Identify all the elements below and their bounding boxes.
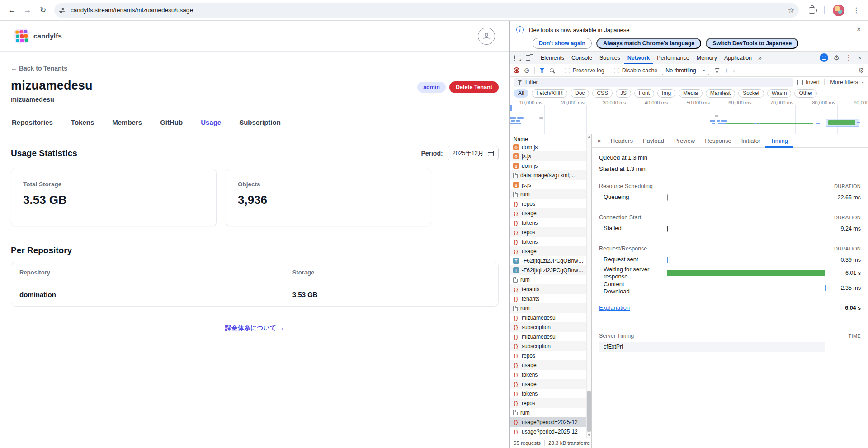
request-row[interactable]: {}tenants [510, 284, 591, 294]
request-row[interactable]: {}usage [510, 208, 591, 218]
devtools-close-icon[interactable]: × [858, 54, 862, 61]
period-date-input[interactable]: 2025年12月 [448, 146, 499, 160]
chip-socket[interactable]: Socket [738, 89, 764, 98]
devtools-feature-icon[interactable] [820, 53, 828, 62]
chip-all[interactable]: All [514, 89, 528, 98]
name-column-header[interactable]: Name [510, 134, 591, 144]
detail-tab-timing[interactable]: Timing [765, 134, 793, 148]
tab-github[interactable]: GitHub [159, 118, 184, 132]
request-row[interactable]: T-F62fjtqLzl2JPCgQBnw7... [510, 265, 591, 275]
close-detail-icon[interactable]: × [594, 137, 606, 145]
chip-css[interactable]: CSS [592, 89, 613, 98]
delete-tenant-button[interactable]: Delete Tenant [449, 81, 499, 93]
panel-tab-sources[interactable]: Sources [596, 52, 624, 64]
throttling-select[interactable]: No throttling ▼ [662, 66, 709, 75]
back-icon[interactable]: ← [5, 4, 19, 17]
chip-font[interactable]: Font [634, 89, 654, 98]
import-har-icon[interactable]: ↑ [725, 67, 728, 74]
request-row[interactable]: {}usage [510, 360, 591, 370]
panel-tab-network[interactable]: Network [624, 52, 653, 64]
request-row[interactable]: {}subscription [510, 341, 591, 351]
request-row[interactable]: {}mizuamedesu [510, 313, 591, 322]
request-row[interactable]: {}tokens [510, 370, 591, 379]
detail-tab-response[interactable]: Response [700, 134, 736, 148]
tab-usage[interactable]: Usage [200, 118, 222, 132]
request-row[interactable]: rum [510, 303, 591, 313]
chip-js[interactable]: JS [616, 89, 631, 98]
request-row[interactable]: {}mizuamedesu [510, 332, 591, 341]
request-row[interactable]: {}repos [510, 227, 591, 237]
detail-tab-preview[interactable]: Preview [669, 134, 700, 148]
bookmark-star-icon[interactable]: ☆ [788, 6, 794, 14]
request-row[interactable]: data:image/svg+xml;... [510, 170, 591, 180]
panel-tab-memory[interactable]: Memory [693, 52, 721, 64]
request-row[interactable]: {}js.js [510, 151, 591, 161]
panel-tab-application[interactable]: Application [721, 52, 755, 64]
preserve-log-checkbox[interactable]: Preserve log [565, 67, 604, 74]
devtools-menu-icon[interactable]: ⋮ [845, 53, 852, 62]
tab-repositories[interactable]: Repositories [11, 118, 54, 132]
match-language-button[interactable]: Always match Chrome's language [596, 38, 701, 49]
search-icon[interactable] [550, 68, 554, 72]
panel-tab-performance[interactable]: Performance [653, 52, 693, 64]
tab-tokens[interactable]: Tokens [70, 118, 95, 132]
scroll-up-icon[interactable] [588, 136, 590, 138]
inspect-element-icon[interactable] [514, 55, 521, 61]
chip-wasm[interactable]: Wasm [767, 89, 792, 98]
extensions-icon[interactable] [809, 7, 815, 14]
tab-subscription[interactable]: Subscription [238, 118, 282, 132]
network-overview[interactable]: 10,000 ms20,000 ms30,000 ms40,000 ms50,0… [510, 99, 868, 134]
overview-handle[interactable] [510, 105, 512, 111]
url-text[interactable]: candylfs.stream/tenants/mizuamedesu/usag… [71, 7, 784, 14]
request-row[interactable]: {}dom.js [510, 144, 591, 151]
calendar-icon[interactable] [488, 151, 494, 156]
tab-members[interactable]: Members [111, 118, 143, 132]
network-conditions-icon[interactable] [714, 68, 721, 73]
request-row[interactable]: {}tenants [510, 294, 591, 303]
device-toolbar-icon[interactable] [526, 55, 532, 61]
request-row[interactable]: {}repos [510, 398, 591, 408]
chip-media[interactable]: Media [679, 89, 703, 98]
request-row[interactable]: rum [510, 189, 591, 199]
record-icon[interactable] [514, 67, 519, 73]
more-filters-button[interactable]: More filters ▼ [824, 79, 864, 85]
switch-japanese-button[interactable]: Switch DevTools to Japanese [706, 38, 798, 49]
back-to-tenants-link[interactable]: ← Back to Tenants [11, 65, 67, 72]
request-row[interactable]: {}dom.js [510, 161, 591, 170]
detail-tab-initiator[interactable]: Initiator [736, 134, 766, 148]
request-row[interactable]: {}repos [510, 351, 591, 360]
request-row[interactable]: rum [510, 408, 591, 417]
request-row[interactable]: {}usage?period=2025-12 [510, 427, 591, 436]
user-menu-icon[interactable] [478, 28, 495, 45]
request-row[interactable]: T-F62fjtqLzl2JPCgQBnw7... [510, 256, 591, 265]
panel-tab-console[interactable]: Console [568, 52, 596, 64]
explanation-link[interactable]: Explanation [599, 304, 630, 311]
invert-checkbox[interactable]: Invert [797, 79, 820, 85]
site-settings-icon[interactable] [57, 5, 67, 15]
chip-doc[interactable]: Doc [571, 89, 589, 98]
filter-input[interactable]: Filter [514, 78, 793, 87]
profile-avatar[interactable] [833, 5, 844, 16]
address-bar[interactable]: candylfs.stream/tenants/mizuamedesu/usag… [54, 3, 799, 18]
more-panels-icon[interactable]: » [756, 54, 764, 61]
request-row[interactable]: {}tokens [510, 218, 591, 227]
detail-tab-headers[interactable]: Headers [606, 134, 638, 148]
chip-img[interactable]: Img [657, 89, 675, 98]
request-row[interactable]: {}js.js [510, 180, 591, 189]
request-row[interactable]: {}usage [510, 379, 591, 389]
forward-icon[interactable]: → [21, 4, 34, 17]
chip-manifest[interactable]: Manifest [706, 89, 735, 98]
request-row[interactable]: {}tokens [510, 237, 591, 246]
disable-cache-checkbox[interactable]: Disable cache [614, 67, 658, 74]
panel-tab-elements[interactable]: Elements [537, 52, 568, 64]
clear-icon[interactable]: ⊘ [524, 67, 530, 74]
request-row[interactable]: {}repos [510, 199, 591, 208]
chip-fetchxhr[interactable]: Fetch/XHR [532, 89, 567, 98]
chip-other[interactable]: Other [794, 89, 817, 98]
scroll-down-icon[interactable] [588, 434, 590, 436]
infobar-close-icon[interactable]: × [857, 25, 861, 33]
filter-toggle-icon[interactable] [539, 68, 545, 73]
detail-tab-payload[interactable]: Payload [638, 134, 669, 148]
scroll-thumb[interactable] [587, 391, 591, 432]
export-har-icon[interactable]: ↓ [732, 67, 736, 74]
